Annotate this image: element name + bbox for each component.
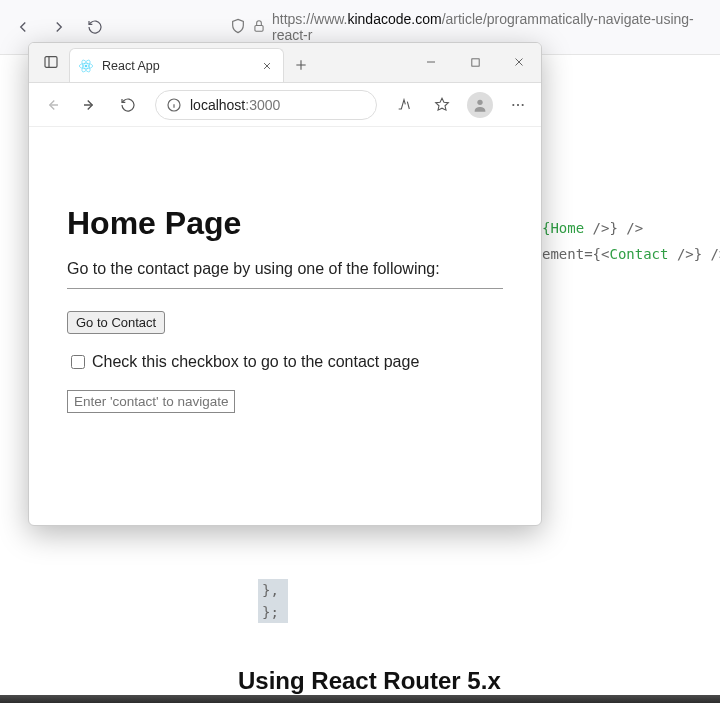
page-content: Home Page Go to the contact page by usin… — [29, 127, 541, 525]
shield-icon — [230, 18, 246, 37]
read-aloud-icon[interactable] — [387, 88, 421, 122]
inner-address-bar[interactable]: localhost:3000 — [155, 90, 377, 120]
tab-actions-icon[interactable] — [33, 42, 69, 82]
new-tab-button[interactable] — [284, 48, 318, 82]
lock-icon — [252, 19, 266, 36]
inner-back-icon[interactable] — [35, 88, 69, 122]
maximize-icon[interactable] — [453, 42, 497, 82]
svg-point-10 — [517, 103, 519, 105]
close-tab-icon[interactable] — [259, 58, 275, 74]
taskbar-edge — [0, 695, 720, 703]
navigate-checkbox[interactable] — [71, 355, 85, 369]
page-title: Home Page — [67, 205, 503, 242]
forward-icon[interactable] — [44, 12, 74, 42]
site-info-icon[interactable] — [166, 97, 182, 113]
close-window-icon[interactable] — [497, 42, 541, 82]
svg-rect-0 — [255, 25, 263, 31]
svg-point-9 — [512, 103, 514, 105]
code-snippet-peek: {Home />} /> ement={<Contact />} /> — [542, 215, 720, 267]
tab-title: React App — [102, 59, 160, 73]
code-block-closing: }, }; — [258, 579, 292, 623]
window-controls — [409, 42, 541, 82]
tab-strip: React App — [29, 43, 541, 83]
reload-icon[interactable] — [80, 12, 110, 42]
navigate-input[interactable] — [67, 390, 235, 413]
svg-point-8 — [477, 99, 482, 104]
more-menu-icon[interactable] — [501, 88, 535, 122]
inner-forward-icon[interactable] — [73, 88, 107, 122]
outer-nav-controls — [4, 12, 110, 42]
favorites-icon[interactable] — [425, 88, 459, 122]
svg-rect-1 — [45, 57, 57, 68]
inner-reload-icon[interactable] — [111, 88, 145, 122]
outer-url-text: https://www.kindacode.com/article/progra… — [272, 11, 716, 43]
inner-browser-window: React App — [28, 42, 542, 526]
svg-point-2 — [85, 64, 88, 67]
go-to-contact-button[interactable]: Go to Contact — [67, 311, 165, 334]
inner-toolbar: localhost:3000 — [29, 83, 541, 127]
svg-point-11 — [522, 103, 524, 105]
back-icon[interactable] — [8, 12, 38, 42]
outer-address-bar[interactable]: https://www.kindacode.com/article/progra… — [230, 11, 716, 43]
checkbox-label: Check this checkbox to go to the contact… — [92, 353, 419, 371]
browser-tab[interactable]: React App — [69, 48, 284, 82]
page-subtitle: Go to the contact page by using one of t… — [67, 260, 503, 289]
checkbox-row: Check this checkbox to go to the contact… — [67, 352, 503, 372]
svg-rect-6 — [471, 58, 478, 65]
minimize-icon[interactable] — [409, 42, 453, 82]
address-text: localhost:3000 — [190, 97, 280, 113]
profile-avatar[interactable] — [463, 88, 497, 122]
article-section-heading: Using React Router 5.x — [238, 667, 718, 695]
react-favicon-icon — [78, 58, 94, 74]
